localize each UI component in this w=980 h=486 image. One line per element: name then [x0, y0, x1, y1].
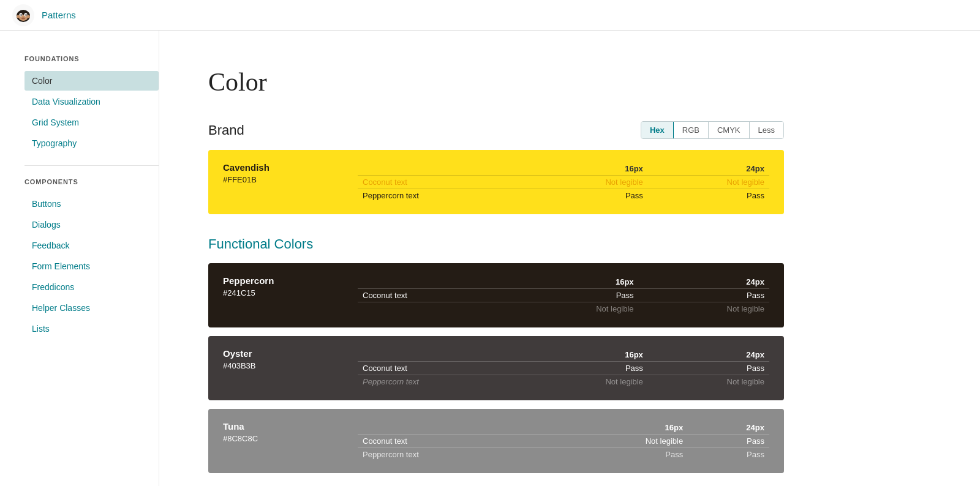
table-row: 16px 24px	[358, 421, 769, 435]
sidebar-item-freddicons[interactable]: Freddicons	[24, 277, 159, 297]
color-card-tuna: Tuna #8C8C8C 16px 24px Coconut text Not …	[208, 409, 784, 473]
sidebar-item-typography[interactable]: Typography	[24, 133, 159, 153]
table-row: 16px 24px	[358, 275, 769, 289]
sidebar-divider	[24, 165, 159, 166]
table-cell: Pass	[527, 189, 648, 203]
foundations-section-label: FOUNDATIONS	[24, 55, 159, 62]
format-btn-cmyk[interactable]: CMYK	[709, 122, 750, 138]
color-info-peppercorn: Peppercorn #241C15	[223, 275, 358, 297]
cavendish-table: 16px 24px Coconut text Not legible Not l…	[358, 162, 769, 202]
main-content: Color Brand Hex RGB CMYK Less Cavendish …	[159, 31, 833, 486]
svg-point-9	[26, 15, 30, 18]
table-cell: Not legible	[527, 176, 648, 189]
table-row: Coconut text Not legible Not legible	[358, 176, 769, 189]
table-cell: Pass	[688, 435, 769, 448]
table-cell: Coconut text	[358, 176, 527, 189]
brand-section-title: Brand	[208, 122, 244, 138]
peppercorn-table: 16px 24px Coconut text Pass Pass Not leg…	[358, 275, 769, 315]
oyster-table: 16px 24px Coconut text Pass Pass Pepperc…	[358, 348, 769, 388]
table-cell	[358, 275, 508, 289]
table-row: Peppercorn text Not legible Not legible	[358, 375, 769, 389]
table-cell: Coconut text	[358, 289, 508, 302]
sidebar-item-feedback[interactable]: Feedback	[24, 236, 159, 255]
table-cell: Not legible	[508, 302, 638, 316]
oyster-name: Oyster	[223, 348, 358, 359]
cavendish-name: Cavendish	[223, 162, 358, 173]
sidebar-item-lists[interactable]: Lists	[24, 319, 159, 338]
mailchimp-logo	[12, 4, 34, 26]
svg-point-5	[20, 14, 21, 15]
tuna-table-wrap: 16px 24px Coconut text Not legible Pass …	[358, 421, 769, 461]
table-row: 16px 24px	[358, 162, 769, 176]
sidebar-item-dialogs[interactable]: Dialogs	[24, 215, 159, 234]
table-row: Peppercorn text Pass Pass	[358, 189, 769, 203]
page-layout: FOUNDATIONS Color Data Visualization Gri…	[0, 31, 980, 486]
table-row: Coconut text Pass Pass	[358, 362, 769, 375]
color-card-oyster: Oyster #403B3B 16px 24px Coconut text Pa…	[208, 336, 784, 400]
table-cell: 16px	[508, 275, 638, 289]
table-cell: Not legible	[639, 302, 769, 316]
table-cell: 24px	[648, 162, 769, 176]
sidebar-item-data-visualization[interactable]: Data Visualization	[24, 92, 159, 111]
table-row: Not legible Not legible	[358, 302, 769, 316]
functional-section-title: Functional Colors	[208, 236, 313, 252]
oyster-table-wrap: 16px 24px Coconut text Pass Pass Pepperc…	[358, 348, 769, 388]
sidebar-item-buttons[interactable]: Buttons	[24, 194, 159, 214]
tuna-hex: #8C8C8C	[223, 434, 358, 443]
cavendish-table-wrap: 16px 24px Coconut text Not legible Not l…	[358, 162, 769, 202]
sidebar-item-grid-system[interactable]: Grid System	[24, 113, 159, 132]
table-cell: 24px	[648, 348, 769, 362]
format-btn-less[interactable]: Less	[750, 122, 783, 138]
table-cell: Pass	[688, 448, 769, 462]
table-cell: Not legible	[550, 435, 688, 448]
color-info-tuna: Tuna #8C8C8C	[223, 421, 358, 443]
format-btn-rgb[interactable]: RGB	[674, 122, 709, 138]
color-info-oyster: Oyster #403B3B	[223, 348, 358, 370]
table-cell: Pass	[639, 289, 769, 302]
sidebar-item-color[interactable]: Color	[24, 71, 159, 91]
table-cell: Pass	[648, 362, 769, 375]
table-cell: Pass	[648, 189, 769, 203]
sidebar-item-form-elements[interactable]: Form Elements	[24, 256, 159, 276]
svg-point-6	[25, 14, 26, 15]
peppercorn-name: Peppercorn	[223, 275, 358, 286]
tuna-table: 16px 24px Coconut text Not legible Pass …	[358, 421, 769, 461]
format-switcher: Hex RGB CMYK Less	[641, 121, 784, 139]
header-brand-link[interactable]: Patterns	[42, 10, 76, 20]
table-cell: Peppercorn text	[358, 189, 527, 203]
brand-section-header: Brand Hex RGB CMYK Less	[208, 121, 784, 139]
color-card-cavendish: Cavendish #FFE01B 16px 24px Coconut text…	[208, 150, 784, 214]
peppercorn-table-wrap: 16px 24px Coconut text Pass Pass Not leg…	[358, 275, 769, 315]
table-cell: Not legible	[648, 176, 769, 189]
table-cell	[358, 421, 550, 435]
table-cell: Pass	[527, 362, 648, 375]
table-row: Coconut text Pass Pass	[358, 289, 769, 302]
color-card-peppercorn: Peppercorn #241C15 16px 24px Coconut tex…	[208, 263, 784, 327]
svg-point-7	[21, 17, 25, 19]
table-cell: Not legible	[648, 375, 769, 389]
cavendish-hex: #FFE01B	[223, 175, 358, 184]
table-cell	[358, 162, 527, 176]
table-cell: 16px	[550, 421, 688, 435]
svg-point-8	[17, 15, 20, 18]
format-btn-hex[interactable]: Hex	[641, 122, 674, 138]
page-title: Color	[208, 67, 784, 97]
functional-section-header: Functional Colors	[208, 236, 784, 252]
header: Patterns	[0, 0, 980, 31]
peppercorn-hex: #241C15	[223, 288, 358, 297]
table-cell	[358, 302, 508, 316]
sidebar-item-helper-classes[interactable]: Helper Classes	[24, 298, 159, 318]
oyster-hex: #403B3B	[223, 361, 358, 370]
table-cell: Pass	[508, 289, 638, 302]
table-cell: Peppercorn text	[358, 375, 527, 389]
tuna-name: Tuna	[223, 421, 358, 432]
table-cell: Coconut text	[358, 362, 527, 375]
table-cell: Peppercorn text	[358, 448, 550, 462]
table-cell: 16px	[527, 162, 648, 176]
table-cell: 24px	[688, 421, 769, 435]
table-row: Peppercorn text Pass Pass	[358, 448, 769, 462]
sidebar: FOUNDATIONS Color Data Visualization Gri…	[0, 31, 159, 486]
table-row: Coconut text Not legible Pass	[358, 435, 769, 448]
table-cell: 24px	[639, 275, 769, 289]
table-cell: Pass	[550, 448, 688, 462]
